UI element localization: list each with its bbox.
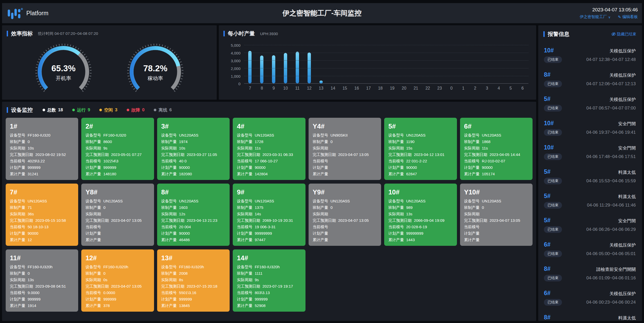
device-card[interactable]: 6# 设备型号UN120A5S 班制产量1868 实际周期11s 完工预测日期2…	[460, 118, 533, 180]
device-card[interactable]: 12# 设备型号FF160-IU320h 班制产量0 实际周期0s 完工预测日期…	[81, 249, 154, 312]
field-label: 班制产量	[237, 270, 252, 277]
device-card[interactable]: Y9# 设备型号UN120A5S 班制产量0 实际周期 完工预测日期2023-0…	[309, 184, 381, 246]
device-card[interactable]: 13# 设备型号FF160-IU320h 班制产量2008 实际周期8s 完工预…	[157, 249, 230, 312]
alarm-row-bottom: 已结束 04-06 00:23~04-06 00:24	[544, 299, 636, 306]
alarm-list: 10# 关模低压保护 已结束 04-07 12:38~04-07 12:48 8…	[538, 38, 642, 323]
x-axis-tick: 3	[481, 86, 493, 91]
field-label: 设备型号	[237, 264, 252, 270]
field-value-model: FF160-IU320h	[103, 264, 128, 270]
field-value-total-output: 12	[28, 237, 32, 243]
device-card[interactable]: 10# 设备型号UN120A5S 班制产量989 实际周期13s 完工预测日期2…	[384, 184, 457, 246]
device-card[interactable]: 11# 设备型号FF160-IU320h 班制产量0 实际周期13s 完工预测日…	[6, 249, 78, 312]
device-card[interactable]: Y10# 设备型号UN120A5S 班制产量0 实际周期 完工预测日期2023-…	[460, 184, 533, 246]
eye-off-icon	[611, 32, 616, 36]
card-row: 当前模号22 031-2-22	[388, 158, 453, 164]
field-value-mold: 4029\3.22	[28, 158, 45, 164]
field-label: 完工预测日期	[10, 283, 33, 289]
alarm-message: 料溫太低	[618, 315, 636, 321]
field-value-model: FF160-IU320h	[255, 264, 280, 270]
device-card[interactable]: 9# 设备型号UN120A5S 班制产量1375 实际周期14s 完工预测日期2…	[233, 184, 305, 246]
field-label: 当前模号	[10, 289, 25, 296]
ended-badge: 已结束	[544, 81, 562, 87]
field-value-total-output: 1443	[406, 237, 415, 243]
device-card[interactable]: 3# 设备型号UN120A5S 班制产量1974 实际周期10s 完工预测日期2…	[157, 118, 230, 180]
device-card[interactable]: 8# 设备型号UN120A5S 班制产量1603 实际周期12s 完工预测日期2…	[157, 184, 230, 246]
field-value-cycle: 14s	[255, 211, 261, 217]
field-label: 完工预测日期	[10, 217, 33, 224]
field-label: 当前模号	[85, 289, 101, 296]
pencil-icon	[618, 15, 621, 19]
device-card[interactable]: 7# 设备型号UN120A5S 班制产量71 实际周期36s 完工预测日期202…	[6, 184, 78, 246]
card-row: 班制产量0	[85, 204, 150, 211]
device-card-title: Y10#	[464, 188, 528, 196]
y-axis-tick: 2,000	[223, 66, 240, 71]
card-row: 设备型号UN120A5S	[237, 198, 301, 204]
field-label: 实际周期	[85, 145, 101, 151]
field-label: 设备型号	[161, 132, 177, 138]
x-axis-tick: 9	[268, 86, 280, 91]
ended-badge: 已结束	[544, 202, 562, 209]
x-axis-tick: 1	[457, 86, 469, 91]
field-value-shift-output: 0	[331, 204, 333, 211]
device-card[interactable]: 1# 设备型号FF160-IU320 班制产量0 实际周期10s 完工预测日期2…	[6, 118, 78, 180]
alarm-time-range: 04-07 12:38~04-07 12:48	[586, 57, 636, 62]
device-card-title: Y4#	[313, 122, 377, 130]
device-card[interactable]: 4# 设备型号UN120A5S 班制产量1728 实际周期11s 完工预测日期2…	[233, 118, 305, 180]
card-row: 累计产量105174	[464, 171, 528, 177]
x-axis-tick: 16	[351, 86, 363, 91]
y-axis-tick: 0	[223, 82, 240, 86]
x-axis-tick: 11	[292, 86, 303, 91]
device-card[interactable]: 2# 设备型号FF160-IU320 班制产量8600 实际周期9s 完工预测日…	[81, 118, 154, 180]
card-row: 完工预测日期2023-04-07 13:05	[85, 283, 150, 289]
field-label: 设备型号	[388, 198, 404, 204]
field-value-plan-output: 999999	[28, 164, 41, 171]
edit-board-button[interactable]: 编辑看板	[618, 14, 638, 19]
device-card-title: Y8#	[85, 188, 150, 196]
card-row: 完工预测日期2023-04-07 13:05	[464, 217, 528, 224]
field-label: 完工预测日期	[464, 217, 487, 224]
device-card[interactable]: Y8# 设备型号UN120A5S 班制产量0 实际周期 完工预测日期2023-0…	[81, 184, 154, 246]
field-value-shift-output: 0	[331, 138, 333, 145]
page-title: 伊之密智能工厂-车间监控	[2, 9, 642, 18]
hide-ended-toggle[interactable]: 隐藏已结束	[611, 32, 636, 37]
card-row: 累计产量148180	[85, 171, 150, 177]
factory-selector[interactable]: 伊之密智能工厂	[580, 14, 611, 19]
alarm-time-range: 04-06 00:23~04-06 00:24	[586, 300, 636, 305]
alarm-header: 报警信息 隐藏已结束	[538, 25, 642, 38]
field-label: 完工预测日期	[85, 283, 109, 289]
field-value-cycle: 8s	[179, 277, 183, 283]
field-value-mold: RJ 010-02-07	[482, 158, 505, 164]
field-value-plan-output: 999999	[28, 296, 41, 302]
alarm-item: 5# 安全門開 已结束 04-06 06:26~04-06 06:29	[544, 217, 636, 233]
hide-ended-label: 隐藏已结束	[617, 32, 636, 37]
field-value-mold: 803\3.13	[255, 289, 270, 296]
device-card[interactable]: Y4# 设备型号UN90SKII 班制产量0 实际周期 完工预测日期2023-0…	[309, 118, 381, 180]
card-row: 设备型号UN120A5S	[161, 198, 226, 204]
field-value-forecast-date: 2023-04-07 13:05	[111, 217, 141, 224]
field-value-shift-output: 1868	[482, 138, 490, 145]
field-value-plan-output: 999999	[103, 296, 116, 302]
field-label: 设备型号	[85, 198, 101, 204]
field-value-cycle: 10s	[28, 145, 34, 151]
card-row: 设备型号UN120A5S	[10, 198, 74, 204]
field-label: 完工预测日期	[237, 217, 260, 224]
device-card[interactable]: 5# 设备型号UN120A5S 班制产量1190 实际周期15s 完工预测日期2…	[384, 118, 457, 180]
device-card[interactable]: 14# 设备型号FF160-IU320h 班制产量1111 实际周期9s 完工预…	[233, 249, 305, 312]
alarm-row-bottom: 已结束 04-07 12:38~04-07 12:48	[544, 56, 636, 63]
field-value-mold: 1022\4\3	[103, 158, 118, 164]
field-value-model: UN120A5S	[103, 198, 123, 204]
field-value-plan-output: 99999999	[406, 230, 423, 237]
card-row: 累计产量182080	[161, 171, 226, 177]
alarm-time-range: 04-07 12:06~04-07 12:13	[586, 81, 636, 86]
alarm-message: 安全門開	[618, 218, 636, 224]
alarm-title: 报警信息	[548, 30, 569, 38]
card-row: 累计产量31241	[10, 171, 74, 177]
field-label: 当前模号	[85, 224, 101, 230]
gauges: 65.3% 开机率 78.2% 稼动率	[2, 41, 217, 93]
card-row: 实际周期11s	[464, 145, 528, 151]
field-value-forecast-date: 2023-08-02 19:52	[35, 151, 66, 158]
field-label: 完工预测日期	[388, 151, 412, 158]
field-label: 设备型号	[85, 132, 101, 138]
card-row: 完工预测日期2023-07-19 19:17	[237, 283, 301, 289]
field-label: 当前模号	[237, 289, 252, 296]
